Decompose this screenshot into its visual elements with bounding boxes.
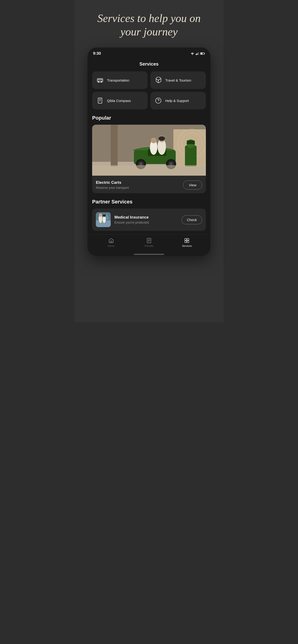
svg-rect-23 bbox=[111, 125, 118, 166]
services-nav-icon bbox=[184, 238, 190, 244]
nav-item-services[interactable]: Services bbox=[179, 238, 195, 247]
home-nav-label: Home bbox=[108, 244, 114, 247]
travel-label: Travel & Tourism bbox=[165, 78, 191, 82]
battery-icon bbox=[200, 52, 205, 55]
svg-rect-5 bbox=[205, 53, 205, 54]
svg-rect-56 bbox=[187, 241, 189, 243]
svg-rect-53 bbox=[185, 238, 187, 240]
home-nav-icon bbox=[108, 238, 114, 244]
qibla-icon bbox=[96, 96, 104, 105]
phone-frame: 9:30 bbox=[87, 48, 211, 256]
svg-rect-3 bbox=[198, 52, 199, 55]
partner-services-title: Partner Services bbox=[87, 197, 211, 208]
partner-info: Medical Insurance Ensure you're protecte… bbox=[114, 215, 178, 224]
medical-insurance-image bbox=[96, 212, 111, 227]
services-grid: Transportation Travel & Tourism bbox=[87, 72, 211, 115]
svg-point-28 bbox=[159, 136, 165, 141]
home-indicator bbox=[87, 252, 211, 256]
permits-nav-label: Permits bbox=[144, 244, 153, 247]
service-card-transportation[interactable]: Transportation bbox=[92, 72, 147, 89]
transportation-label: Transportation bbox=[107, 78, 129, 82]
page-header: Services bbox=[87, 58, 211, 72]
transportation-icon bbox=[96, 76, 104, 84]
popular-info: Electric Carts Reserve your transport Vi… bbox=[92, 176, 206, 193]
help-label: Help & Support bbox=[165, 99, 189, 103]
nav-item-home[interactable]: Home bbox=[103, 238, 119, 247]
svg-point-16 bbox=[156, 98, 161, 103]
svg-point-33 bbox=[140, 163, 142, 165]
svg-rect-54 bbox=[187, 238, 189, 240]
home-indicator-bar bbox=[134, 254, 164, 255]
partner-subtitle: Ensure you're protected bbox=[114, 220, 178, 224]
svg-point-44 bbox=[99, 214, 102, 217]
svg-rect-0 bbox=[196, 54, 196, 55]
view-button[interactable]: View bbox=[183, 180, 202, 190]
cart-image bbox=[92, 125, 206, 176]
qibla-label: Qibla Compass bbox=[107, 99, 131, 103]
svg-rect-2 bbox=[198, 52, 198, 55]
hero-text: Services to help you on your journey bbox=[75, 0, 223, 48]
help-icon bbox=[154, 96, 163, 105]
popular-card[interactable]: Electric Carts Reserve your transport Vi… bbox=[92, 125, 206, 193]
svg-rect-14 bbox=[98, 98, 102, 103]
service-card-help[interactable]: Help & Support bbox=[151, 92, 206, 110]
svg-rect-37 bbox=[185, 146, 197, 166]
svg-rect-48 bbox=[110, 241, 112, 243]
status-time: 9:30 bbox=[93, 51, 101, 56]
popular-subtitle: Reserve your transport bbox=[96, 186, 129, 190]
partner-card[interactable]: Medical Insurance Ensure you're protecte… bbox=[92, 208, 206, 231]
popular-info-text: Electric Carts Reserve your transport bbox=[96, 180, 129, 190]
svg-point-47 bbox=[103, 214, 106, 217]
svg-rect-1 bbox=[197, 53, 197, 55]
outer-container: Services to help you on your journey 9:3… bbox=[75, 0, 223, 322]
svg-point-36 bbox=[170, 163, 172, 165]
services-nav-label: Services bbox=[182, 244, 192, 247]
bottom-nav: Home Permits bbox=[87, 234, 211, 252]
permits-nav-icon bbox=[146, 238, 152, 244]
popular-title: Electric Carts bbox=[96, 180, 129, 185]
nav-item-permits[interactable]: Permits bbox=[141, 238, 157, 247]
check-button[interactable]: Check bbox=[182, 215, 202, 224]
popular-section-title: Popular bbox=[87, 115, 211, 125]
status-bar: 9:30 bbox=[87, 48, 211, 58]
service-card-qibla[interactable]: Qibla Compass bbox=[92, 92, 147, 110]
svg-rect-6 bbox=[201, 53, 203, 54]
svg-rect-55 bbox=[185, 241, 187, 243]
service-card-travel[interactable]: Travel & Tourism bbox=[151, 72, 206, 89]
svg-point-30 bbox=[151, 138, 157, 143]
partner-title: Medical Insurance bbox=[114, 215, 178, 220]
travel-icon bbox=[154, 76, 163, 84]
signal-icon bbox=[196, 52, 199, 55]
wifi-icon bbox=[191, 52, 194, 55]
partner-image bbox=[96, 212, 111, 227]
svg-rect-40 bbox=[92, 165, 206, 176]
page-title: Services bbox=[139, 62, 159, 66]
status-icons bbox=[191, 52, 205, 55]
svg-rect-39 bbox=[187, 140, 195, 144]
